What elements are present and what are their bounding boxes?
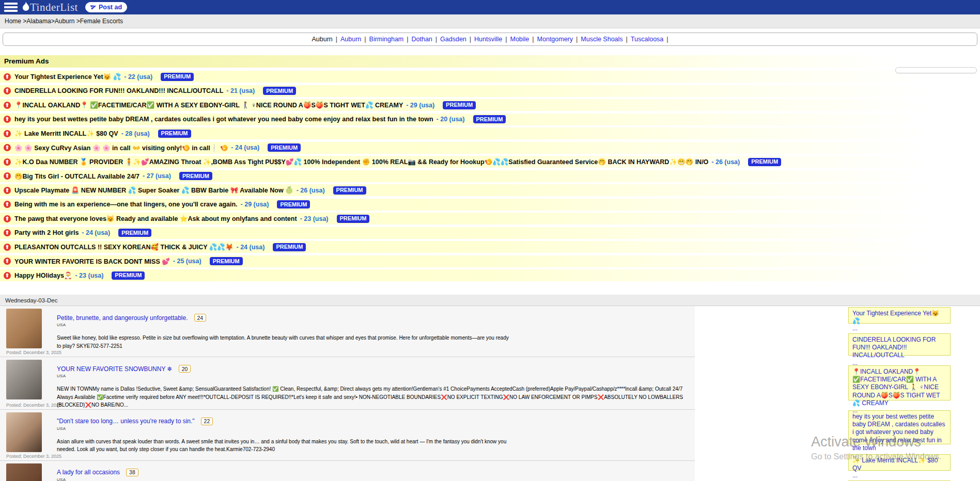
premium-ad-meta: - 23 (usa) [300,215,329,222]
listing-description: Sweet like honey, bold like espresso. Pe… [57,334,511,350]
premium-ads-section: Premium Ads ⬆ Your Tightest Experience Y… [0,55,980,281]
premium-badge: PREMIUM [473,115,506,123]
premium-ad-row: ⬆ ✨K.O Daa NUMBER 🏅 PROVIDER 🧍✨💕AMAZING … [0,156,980,168]
up-arrow-icon: ⬆ [4,215,11,222]
listings-section: Posted: December 3, 2025 Petite, brunett… [0,306,695,481]
premium-ad-row: ⬆ Upscale Playmate 🚨 NEW NUMBER 💦 Super … [0,184,980,196]
up-arrow-icon: ⬆ [4,144,11,151]
premium-ad-meta: - 25 (usa) [173,258,201,265]
up-arrow-icon: ⬆ [4,201,11,208]
city-link-birmingham[interactable]: Birmingham [369,36,404,43]
flame-icon [22,1,30,13]
premium-ad-row: ⬆ 🌸 🌸 Sexy CuRvy Asian 🌸 🌸 in call 👐 vis… [0,142,980,154]
up-arrow-icon: ⬆ [4,158,11,166]
up-arrow-icon: ⬆ [4,258,11,265]
premium-badge: PREMIUM [158,130,191,138]
top-navbar: TinderList Post ad [0,0,980,14]
listing-photo-column [6,463,42,481]
sidebar-ad-link[interactable]: 📍INCALL OAKLAND📍 ✅FACETIME/CAR✅ WITH A S… [852,368,946,407]
premium-ad-link[interactable]: The pawg that everyone loves😼 Ready and … [14,215,297,222]
sidebar-ad-link[interactable]: Your Tightest Experience Yet😼 💦 [852,310,946,325]
up-arrow-icon: ⬆ [4,130,11,137]
premium-badge: PREMIUM [443,101,476,109]
city-link-tuscaloosa[interactable]: Tuscaloosa [631,36,663,43]
premium-ad-link[interactable]: ✨K.O Daa NUMBER 🏅 PROVIDER 🧍✨💕AMAZING Th… [14,158,708,166]
premium-ad-link[interactable]: Your Tightest Experience Yet😼 💦 [14,73,121,81]
listing-body: A lady for all occasions 38 USA [57,463,138,481]
premium-ad-link[interactable]: CINDERELLA LOOKING FOR FUN!!! OAKLAND!!!… [14,87,223,94]
listing-photo[interactable] [6,360,42,399]
up-arrow-icon: ⬆ [4,187,11,194]
sidebar-ad-more: ... [852,472,946,479]
premium-ad-meta: - 29 (usa) [406,102,434,109]
premium-ad-link[interactable]: hey its your best wettes petite baby DRE… [14,116,433,123]
premium-ad-meta: - 20 (usa) [437,116,465,123]
premium-ad-row: ⬆ ✨ Lake Merritt INCALL✨ $80 QV - 28 (us… [0,127,980,139]
site-logo[interactable]: TinderList [22,1,78,14]
premium-ad-link[interactable]: YOUR WINTER FAVORITE IS BACK DONT MISS 💕 [14,258,170,265]
listing-row: Posted: December 3, 2025 Petite, brunett… [0,306,695,357]
premium-ad-link[interactable]: Being with me is an experience—one that … [14,201,238,208]
premium-ad-row: ⬆ YOUR WINTER FAVORITE IS BACK DONT MISS… [0,255,980,267]
hamburger-menu-icon[interactable] [4,3,18,12]
premium-ad-link[interactable]: 🌸 🌸 Sexy CuRvy Asian 🌸 🌸 in call 👐 visit… [14,144,228,152]
premium-ad-link[interactable]: 🤭Big Tits Girl - OUTCALL Available 24/7 [14,172,139,180]
sidebar-ad-link[interactable]: CINDERELLA LOOKING FOR FUN!!! OAKLAND!!!… [852,336,946,360]
listing-photo[interactable] [6,309,42,348]
premium-ad-row: ⬆ Happy HOlidays🎅 - 23 (usa) PREMIUM [0,269,980,281]
listing-title-link[interactable]: YOUR NEW FAVORITE SNOWBUNNY ❄ [57,365,173,373]
city-link-mobile[interactable]: Mobile [510,36,529,43]
premium-ad-link[interactable]: Upscale Playmate 🚨 NEW NUMBER 💦 Super So… [14,186,293,194]
listing-body: YOUR NEW FAVORITE SNOWBUNNY ❄ 20 USA NEW… [57,360,695,409]
sidebar-ad-box: 📍INCALL OAKLAND📍 ✅FACETIME/CAR✅ WITH A S… [848,365,951,400]
city-link-montgomery[interactable]: Montgomery [537,36,573,43]
listing-photo-column: Posted: December 3, 2025 [6,309,42,357]
premium-badge: PREMIUM [263,87,296,95]
separator: | [435,36,437,43]
up-arrow-icon: ⬆ [4,116,11,123]
separator: | [470,36,471,43]
date-header: Wednesday-03-Dec [0,295,980,306]
post-ad-button[interactable]: Post ad [85,2,127,12]
up-arrow-icon: ⬆ [4,172,11,180]
listing-description: NEW IN TOWNMy name is Dallas !Seductive,… [57,385,695,409]
listing-photo[interactable] [6,463,42,481]
premium-ad-meta: - 21 (usa) [226,87,255,94]
city-link-muscle-shoals[interactable]: Muscle Shoals [581,36,623,43]
premium-badge: PREMIUM [161,73,194,81]
premium-ad-link[interactable]: Party with 2 Hot girls [14,229,79,236]
listing-location: USA [57,323,511,327]
city-link-huntsville[interactable]: Huntsville [474,36,502,43]
ad-placeholder-bar [895,67,977,73]
premium-ad-row: ⬆ 🤭Big Tits Girl - OUTCALL Available 24/… [0,170,980,182]
premium-badge: PREMIUM [748,158,781,166]
listing-photo[interactable] [6,412,42,452]
premium-badge: PREMIUM [333,186,366,195]
posted-date: Posted: December 3, 2025 [6,452,42,460]
city-link-gadsden[interactable]: Gadsden [440,36,466,43]
sidebar-ad-box: ✨ Lake Merritt INCALL✨ $80 QV ... [848,454,951,471]
sidebar-ad-link[interactable]: ✨ Lake Merritt INCALL✨ $80 QV [852,457,946,472]
listing-title-link[interactable]: Petite, brunette, and dangerously unforg… [57,314,188,322]
listing-title-link[interactable]: "Don't stare too long… unless you're rea… [57,418,195,425]
up-arrow-icon: ⬆ [4,229,11,236]
separator: | [532,36,534,43]
premium-ad-link[interactable]: Happy HOlidays🎅 [14,271,72,279]
separator: | [626,36,628,43]
up-arrow-icon: ⬆ [4,272,11,279]
city-link-auburn[interactable]: Auburn [340,36,361,43]
listing-row: Posted: December 3, 2025 YOUR NEW FAVORI… [0,357,695,410]
sidebar-ad-link[interactable]: hey its your best wettes petite baby DRE… [852,413,946,452]
listing-title-link[interactable]: A lady for all occasions [57,469,120,476]
premium-ad-row: ⬆ PLEASANTON OUTCALLS !! SEXY KOREAN🥰 TH… [0,241,980,253]
up-arrow-icon: ⬆ [4,244,11,251]
city-link-dothan[interactable]: Dothan [412,36,432,43]
premium-ad-link[interactable]: ✨ Lake Merritt INCALL✨ $80 QV [14,130,118,137]
sidebar-ad-box: Your Tightest Experience Yet😼 💦 ... [848,307,951,324]
breadcrumb[interactable]: Home >Alabama>Auburn >Female Escorts [5,18,123,25]
premium-ad-row: ⬆ CINDERELLA LOOKING FOR FUN!!! OAKLAND!… [0,85,980,97]
premium-ad-link[interactable]: 📍INCALL OAKLAND📍 ✅FACETIME/CAR✅ WITH A S… [14,101,403,109]
sidebar-ad-box: CINDERELLA LOOKING FOR FUN!!! OAKLAND!!!… [848,333,951,356]
age-badge: 22 [201,418,213,425]
premium-ad-link[interactable]: PLEASANTON OUTCALLS !! SEXY KOREAN🥰 THIC… [14,243,234,251]
